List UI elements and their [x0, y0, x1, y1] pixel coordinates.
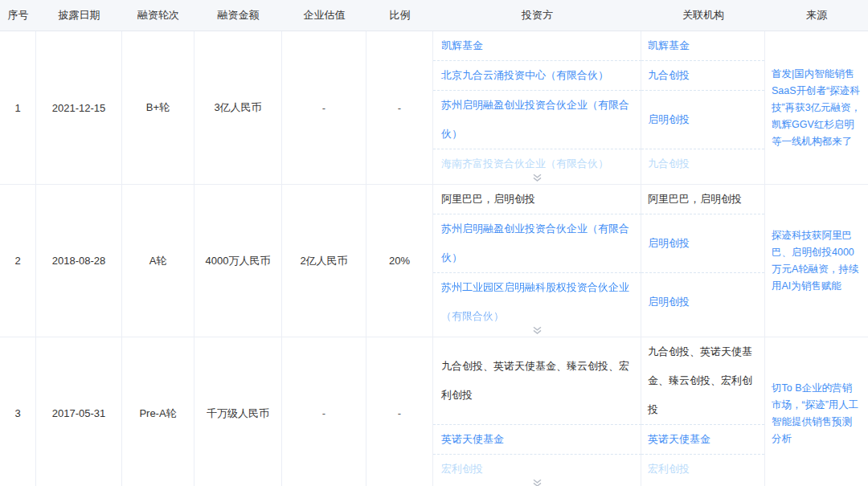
related-org-cell: 英诺天使基金: [641, 424, 764, 454]
investor-link[interactable]: 北京九合云涌投资中心（有限合伙）: [441, 61, 608, 90]
cell-ratio: 20%: [366, 185, 433, 337]
investor-cell: 苏州启明融盈创业投资合伙企业（有限合伙）: [433, 90, 641, 149]
cell-date: 2018-08-28: [36, 185, 122, 337]
investor-link[interactable]: 宏利创投: [441, 455, 483, 484]
investor-link[interactable]: 苏州启明融盈创业投资合伙企业（有限合伙）: [441, 214, 633, 272]
investor-cell: 英诺天使基金: [433, 424, 641, 454]
source-link[interactable]: 切To B企业的营销市场，“探迹”用人工智能提供销售预测分析: [772, 380, 862, 447]
source-cell: 首发|国内智能销售SaaS开创者“探迹科技”再获3亿元融资，凯辉GGV红杉启明等…: [765, 31, 868, 184]
related-org-link[interactable]: 宏利创投: [648, 455, 690, 484]
source-link[interactable]: 首发|国内智能销售SaaS开创者“探迹科技”再获3亿元融资，凯辉GGV红杉启明等…: [772, 66, 862, 150]
funding-history-table: 序号 披露日期 融资轮次 融资金额 企业估值 比例 投资方 关联机构 来源 1 …: [0, 0, 868, 486]
investor-link[interactable]: 苏州工业园区启明融科股权投资合伙企业（有限合伙）: [441, 273, 633, 331]
investor-cell: 苏州启明融盈创业投资合伙企业（有限合伙）: [433, 214, 641, 272]
cell-round: B+轮: [122, 31, 194, 184]
cell-amount: 千万级人民币: [194, 337, 282, 486]
related-org-link[interactable]: 英诺天使基金: [648, 425, 710, 454]
double-chevron-down-icon[interactable]: [531, 325, 542, 335]
related-org-link[interactable]: 九合创投: [648, 149, 690, 178]
related-org-link[interactable]: 凯辉基金: [648, 31, 690, 60]
cell-amount: 4000万人民币: [194, 185, 282, 337]
source-cell: 切To B企业的营销市场，“探迹”用人工智能提供销售预测分析: [765, 337, 868, 486]
col-header-ratio: 比例: [366, 0, 433, 31]
cell-round: Pre-A轮: [122, 337, 194, 486]
col-header-index: 序号: [0, 0, 36, 31]
investor-text: 九合创投、英诺天使基金、臻云创投、宏利创投: [441, 352, 633, 410]
related-org-cell: 启明创投: [641, 272, 764, 337]
related-org-cell: 启明创投: [641, 90, 764, 149]
investor-link[interactable]: 凯辉基金: [441, 31, 483, 60]
double-chevron-down-icon[interactable]: [531, 173, 542, 182]
related-org-text: 阿里巴巴，启明创投: [648, 185, 742, 214]
investor-cell: 凯辉基金: [433, 31, 641, 60]
cell-index: 3: [0, 337, 36, 486]
investors-orgs-group: 凯辉基金 凯辉基金 北京九合云涌投资中心（有限合伙） 九合创投 苏州启明融盈创业…: [433, 31, 765, 184]
cell-valuation: 2亿人民币: [282, 185, 366, 337]
related-org-cell: 九合创投、英诺天使基金、臻云创投、宏利创投: [641, 337, 764, 424]
investors-orgs-group: 九合创投、英诺天使基金、臻云创投、宏利创投 九合创投、英诺天使基金、臻云创投、宏…: [433, 337, 765, 486]
table-row: 3 2017-05-31 Pre-A轮 千万级人民币 - - 九合创投、英诺天使…: [0, 337, 868, 486]
related-org-link[interactable]: 九合创投: [648, 61, 690, 90]
investor-cell: 阿里巴巴，启明创投: [433, 185, 641, 214]
col-header-valuation: 企业估值: [282, 0, 366, 31]
related-org-cell: 阿里巴巴，启明创投: [641, 185, 764, 214]
investor-cell: 九合创投、英诺天使基金、臻云创投、宏利创投: [433, 337, 641, 424]
col-header-round: 融资轮次: [122, 0, 194, 31]
source-link[interactable]: 探迹科技获阿里巴巴、启明创投4000万元A轮融资，持续用AI为销售赋能: [772, 227, 862, 295]
cell-ratio: -: [366, 337, 433, 486]
cell-amount: 3亿人民币: [194, 31, 282, 184]
table-header-row: 序号 披露日期 融资轮次 融资金额 企业估值 比例 投资方 关联机构 来源: [0, 0, 868, 31]
related-org-cell: 九合创投: [641, 60, 764, 90]
table-row: 1 2021-12-15 B+轮 3亿人民币 - - 凯辉基金 凯辉基金 北京九…: [0, 31, 868, 185]
investors-orgs-group: 阿里巴巴，启明创投 阿里巴巴，启明创投 苏州启明融盈创业投资合伙企业（有限合伙）…: [433, 185, 765, 337]
source-cell: 探迹科技获阿里巴巴、启明创投4000万元A轮融资，持续用AI为销售赋能: [765, 185, 868, 337]
cell-index: 1: [0, 31, 36, 184]
cell-index: 2: [0, 185, 36, 337]
table-row: 2 2018-08-28 A轮 4000万人民币 2亿人民币 20% 阿里巴巴，…: [0, 185, 868, 337]
cell-date: 2021-12-15: [36, 31, 122, 184]
cell-valuation: -: [282, 337, 366, 486]
cell-ratio: -: [366, 31, 433, 184]
col-header-investors: 投资方: [433, 0, 641, 31]
investor-link[interactable]: 海南齐富投资合伙企业（有限合伙）: [441, 149, 608, 178]
related-org-link[interactable]: 启明创投: [648, 288, 690, 317]
related-org-text: 九合创投、英诺天使基金、臻云创投、宏利创投: [648, 337, 758, 424]
col-header-amount: 融资金额: [194, 0, 282, 31]
investor-link[interactable]: 英诺天使基金: [441, 425, 504, 454]
related-org-cell: 宏利创投: [641, 454, 764, 486]
related-org-cell: 九合创投: [641, 149, 764, 184]
col-header-date: 披露日期: [36, 0, 122, 31]
investor-cell: 北京九合云涌投资中心（有限合伙）: [433, 60, 641, 90]
related-org-cell: 启明创投: [641, 214, 764, 272]
double-chevron-down-icon[interactable]: [531, 478, 542, 486]
col-header-related-orgs: 关联机构: [641, 0, 765, 31]
related-org-cell: 凯辉基金: [641, 31, 764, 60]
cell-round: A轮: [122, 185, 194, 337]
related-org-link[interactable]: 启明创投: [648, 229, 690, 258]
col-header-source: 来源: [765, 0, 868, 31]
related-org-link[interactable]: 启明创投: [648, 105, 690, 134]
investor-link[interactable]: 苏州启明融盈创业投资合伙企业（有限合伙）: [441, 91, 633, 149]
cell-date: 2017-05-31: [36, 337, 122, 486]
cell-valuation: -: [282, 31, 366, 184]
investor-text: 阿里巴巴，启明创投: [441, 185, 535, 214]
